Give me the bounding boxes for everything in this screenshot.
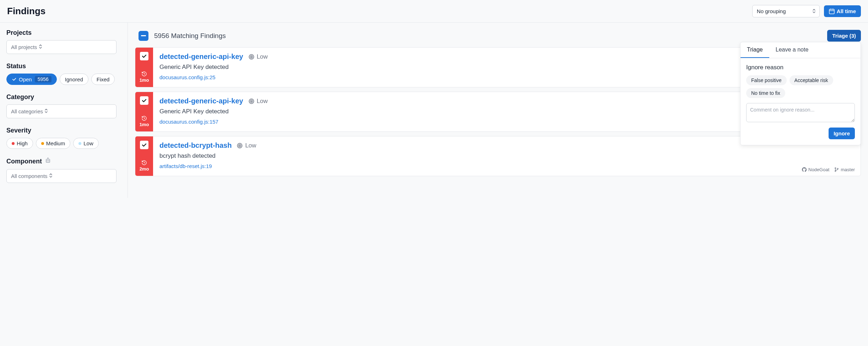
chevron-updown-icon bbox=[49, 173, 53, 179]
severity-low-pill[interactable]: Low bbox=[73, 138, 99, 149]
finding-side: 1mo bbox=[135, 48, 153, 87]
topbar: Findings No grouping All time bbox=[0, 0, 868, 23]
finding-side: 2mo bbox=[135, 136, 153, 176]
triage-button[interactable]: Triage (3) bbox=[827, 30, 861, 42]
component-placeholder: All components bbox=[11, 173, 48, 179]
calendar-icon bbox=[829, 9, 835, 14]
svg-point-20 bbox=[837, 168, 839, 169]
svg-rect-0 bbox=[829, 9, 834, 14]
reason-false-positive[interactable]: False positive bbox=[746, 75, 787, 85]
page-title: Findings bbox=[7, 6, 45, 17]
branch-link[interactable]: master bbox=[834, 167, 855, 172]
repo-link[interactable]: NodeGoat bbox=[802, 167, 829, 172]
dot-orange-icon bbox=[41, 142, 44, 145]
branch-icon bbox=[834, 167, 839, 172]
svg-point-8 bbox=[48, 158, 48, 158]
github-icon bbox=[802, 167, 807, 172]
status-open-pill[interactable]: Open 5956 bbox=[6, 74, 57, 85]
severity-high-pill[interactable]: High bbox=[6, 138, 33, 149]
svg-point-5 bbox=[47, 161, 48, 161]
dot-blue-icon bbox=[78, 142, 81, 145]
target-icon bbox=[237, 142, 243, 149]
projects-placeholder: All projects bbox=[11, 44, 37, 50]
ignore-button[interactable]: Ignore bbox=[829, 128, 855, 139]
triage-tabs: Triage Leave a note bbox=[740, 42, 861, 58]
severity-indicator: Low bbox=[248, 53, 268, 60]
projects-heading: Projects bbox=[6, 29, 121, 37]
finding-age: 1mo bbox=[140, 115, 149, 127]
filters-sidebar: Projects All projects Status Open 5956 I… bbox=[0, 23, 128, 198]
filter-projects: Projects All projects bbox=[6, 29, 121, 54]
history-icon bbox=[141, 115, 147, 121]
category-placeholder: All categories bbox=[11, 108, 43, 114]
component-select[interactable]: All components bbox=[6, 169, 116, 183]
svg-point-6 bbox=[48, 161, 49, 161]
finding-title-link[interactable]: detected-bcrypt-hash bbox=[159, 141, 232, 150]
finding-side: 1mo bbox=[135, 92, 153, 131]
time-range-label: All time bbox=[837, 8, 856, 14]
chevron-updown-icon bbox=[44, 108, 48, 114]
finding-title-link[interactable]: detected-generic-api-key bbox=[159, 97, 243, 105]
finding-checkbox[interactable] bbox=[140, 141, 148, 149]
target-icon bbox=[248, 98, 255, 104]
svg-point-17 bbox=[239, 145, 240, 146]
check-icon bbox=[12, 77, 17, 82]
tab-leave-note[interactable]: Leave a note bbox=[769, 42, 815, 58]
filter-component: Component All components bbox=[6, 157, 121, 183]
status-ignored-pill[interactable]: Ignored bbox=[60, 74, 88, 85]
history-icon bbox=[141, 160, 147, 166]
ignore-comment-input[interactable] bbox=[746, 103, 855, 122]
category-select[interactable]: All categories bbox=[6, 104, 116, 118]
chevron-updown-icon bbox=[812, 9, 816, 14]
finding-description: bcrypt hash detected bbox=[159, 152, 854, 160]
svg-point-18 bbox=[835, 168, 836, 169]
tab-triage[interactable]: Triage bbox=[740, 42, 769, 58]
chevron-updown-icon bbox=[39, 44, 42, 50]
check-icon bbox=[141, 98, 147, 103]
reason-no-time[interactable]: No time to fix bbox=[746, 88, 785, 98]
finding-location-link[interactable]: docusaurus.config.js:157 bbox=[159, 119, 218, 125]
triage-button-label: Triage (3) bbox=[832, 33, 856, 39]
severity-medium-label: Medium bbox=[46, 140, 65, 146]
minus-icon bbox=[141, 35, 146, 36]
finding-age: 1mo bbox=[140, 71, 149, 83]
finding-meta: NodeGoat master bbox=[802, 167, 855, 172]
finding-location-link[interactable]: docusaurus.config.js:25 bbox=[159, 74, 216, 80]
robot-icon bbox=[45, 157, 51, 166]
category-heading: Category bbox=[6, 93, 121, 101]
triage-panel: Triage Leave a note Ignore reason False … bbox=[740, 42, 861, 145]
status-ignored-label: Ignored bbox=[65, 76, 83, 82]
status-open-count: 5956 bbox=[35, 76, 51, 82]
finding-checkbox[interactable] bbox=[140, 96, 148, 105]
component-heading: Component bbox=[6, 157, 121, 166]
finding-age: 2mo bbox=[140, 160, 149, 172]
status-fixed-pill[interactable]: Fixed bbox=[91, 74, 115, 85]
grouping-select[interactable]: No grouping bbox=[752, 5, 820, 17]
filter-severity: Severity High Medium Low bbox=[6, 127, 121, 149]
target-icon bbox=[248, 54, 255, 60]
topbar-controls: No grouping All time bbox=[752, 5, 861, 17]
severity-high-label: High bbox=[17, 140, 28, 146]
finding-title-link[interactable]: detected-generic-api-key bbox=[159, 53, 243, 61]
severity-low-label: Low bbox=[83, 140, 93, 146]
dot-red-icon bbox=[12, 142, 15, 145]
projects-select[interactable]: All projects bbox=[6, 40, 116, 54]
svg-point-19 bbox=[835, 171, 836, 172]
svg-point-14 bbox=[251, 101, 252, 101]
reason-acceptable-risk[interactable]: Acceptable risk bbox=[790, 75, 833, 85]
match-count-text: 5956 Matching Findings bbox=[154, 32, 226, 40]
check-icon bbox=[141, 53, 147, 59]
filter-category: Category All categories bbox=[6, 93, 121, 118]
time-range-button[interactable]: All time bbox=[824, 5, 861, 17]
status-heading: Status bbox=[6, 63, 121, 70]
status-open-label: Open bbox=[19, 76, 32, 82]
status-fixed-label: Fixed bbox=[97, 76, 110, 82]
ignore-reason-heading: Ignore reason bbox=[746, 64, 855, 71]
finding-checkbox[interactable] bbox=[140, 52, 148, 60]
filter-status: Status Open 5956 Ignored Fixed bbox=[6, 63, 121, 85]
select-all-checkbox[interactable] bbox=[139, 31, 148, 41]
main-content: 5956 Matching Findings Triage (3) 1mo de… bbox=[128, 23, 868, 198]
severity-indicator: Low bbox=[237, 142, 256, 149]
severity-medium-pill[interactable]: Medium bbox=[36, 138, 70, 149]
finding-location-link[interactable]: artifacts/db-reset.js:19 bbox=[159, 163, 212, 169]
